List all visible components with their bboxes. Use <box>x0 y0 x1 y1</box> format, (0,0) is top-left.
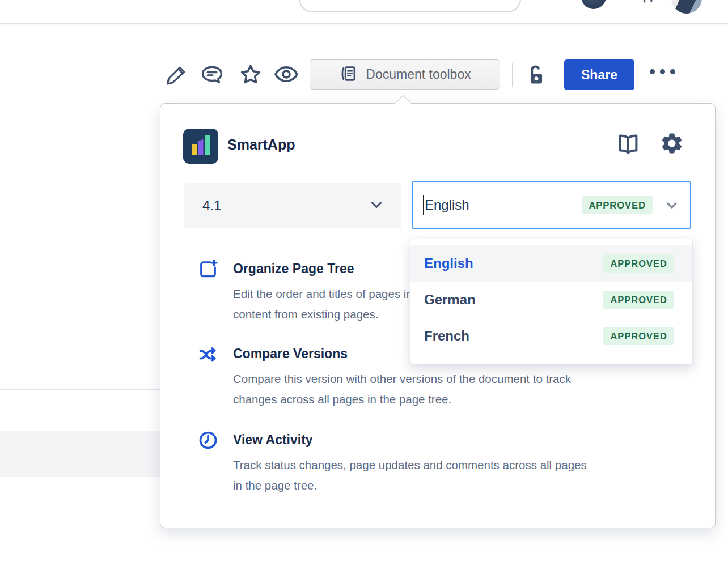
shuffle-arrows-icon <box>198 344 218 364</box>
chevron-down-icon <box>664 197 680 213</box>
document-toolbox-popup: SmartApp 4.1 English <box>160 103 716 528</box>
unlock-button[interactable] <box>523 62 548 87</box>
more-actions-button[interactable] <box>650 69 675 74</box>
language-combobox[interactable]: English APPROVED <box>412 181 691 229</box>
clock-icon <box>198 430 218 450</box>
favorite-star-button[interactable] <box>238 62 263 87</box>
open-book-icon <box>615 150 641 159</box>
open-padlock-icon <box>523 80 548 89</box>
comments-button[interactable] <box>200 62 225 87</box>
eye-icon <box>273 80 300 89</box>
pencil-icon <box>166 79 188 88</box>
document-icon <box>338 64 358 85</box>
confluence-page: Document toolbox Share SmartApp <box>0 0 728 570</box>
text-cursor <box>423 195 424 215</box>
ellipsis-icon <box>650 69 675 74</box>
smartapp-logo <box>183 129 218 164</box>
top-navigation-bar <box>0 0 728 24</box>
page-comment-bar <box>0 431 161 477</box>
page-add-icon <box>198 259 218 279</box>
search-input[interactable] <box>299 0 521 12</box>
settings-button[interactable] <box>659 131 684 156</box>
help-icon[interactable] <box>641 0 653 5</box>
page-divider <box>0 389 170 390</box>
language-option-english[interactable]: English APPROVED <box>410 245 692 282</box>
document-toolbox-label: Document toolbox <box>366 68 471 81</box>
language-option-label: English <box>424 256 603 271</box>
status-badge: APPROVED <box>603 254 674 273</box>
documentation-button[interactable] <box>615 131 641 157</box>
language-option-label: German <box>424 292 603 308</box>
menu-item-title: View Activity <box>233 430 663 449</box>
version-select-value: 4.1 <box>202 198 221 214</box>
gear-icon <box>659 149 684 158</box>
chevron-down-icon <box>368 196 385 215</box>
bar-chart-logo-icon <box>183 129 218 164</box>
watch-eye-button[interactable] <box>273 61 300 87</box>
popup-title: SmartApp <box>227 137 295 153</box>
language-option-french[interactable]: French APPROVED <box>410 318 692 354</box>
avatar[interactable] <box>671 0 702 14</box>
status-badge: APPROVED <box>603 291 674 309</box>
menu-item-description: Track status changes, page updates and c… <box>233 455 663 496</box>
avatar[interactable] <box>581 0 606 9</box>
language-combobox-value: English <box>425 197 582 213</box>
status-badge: APPROVED <box>603 327 674 346</box>
language-listbox: English APPROVED German APPROVED French … <box>410 239 693 364</box>
language-option-label: French <box>424 328 603 344</box>
toolbar-divider <box>512 63 513 87</box>
star-icon <box>238 80 263 89</box>
menu-item-view-activity[interactable]: View Activity Track status changes, page… <box>198 430 663 496</box>
speech-bubble-icon <box>200 80 225 89</box>
edit-button[interactable] <box>166 63 188 86</box>
language-option-german[interactable]: German APPROVED <box>410 282 692 318</box>
document-toolbox-button[interactable]: Document toolbox <box>310 59 500 90</box>
version-select[interactable]: 4.1 <box>184 183 401 228</box>
share-button[interactable]: Share <box>564 59 634 90</box>
menu-item-description: Compare this version with other versions… <box>233 369 663 410</box>
status-badge: APPROVED <box>582 196 653 215</box>
